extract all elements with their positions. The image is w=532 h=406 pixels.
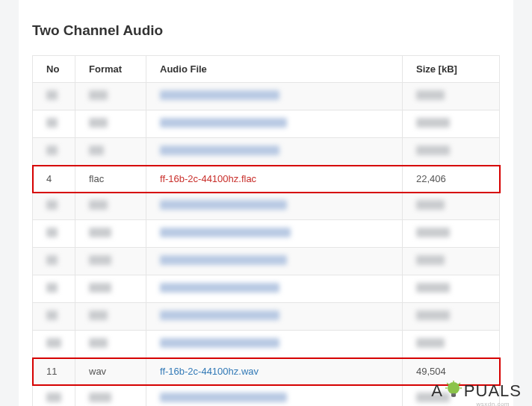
cell-format: flac [75,166,146,193]
watermark-brand-left: A [431,381,443,401]
table-row [33,193,500,220]
cell-blur [403,248,500,275]
cell-blur [403,110,500,138]
cell-blur [33,248,75,275]
cell-blur [75,248,146,275]
table-row-flac: 4 flac ff-16b-2c-44100hz.flac 22,406 [33,166,500,193]
cell-blur [33,303,75,331]
cell-blur [33,83,75,110]
cell-blur [146,248,403,275]
cell-blur [33,275,75,303]
cell-blur [33,331,75,358]
cell-blur [75,220,146,248]
cell-blur [75,385,146,407]
cell-blur [146,303,403,331]
cell-no: 11 [33,358,75,385]
table-row [33,331,500,358]
cell-blur [33,385,75,407]
cell-format: wav [75,358,146,385]
cell-blur [146,331,403,358]
cell-blur [75,331,146,358]
cell-blur [33,193,75,220]
table-row [33,248,500,275]
cell-blur [75,193,146,220]
table-header-row: No Format Audio File Size [kB] [33,56,500,83]
cell-blur [75,110,146,138]
cell-blur [403,331,500,358]
table-row [33,138,500,166]
cell-file: ff-16b-2c-44100hz.flac [146,166,403,193]
table-row [33,275,500,303]
cell-blur [146,385,403,407]
table-row [33,220,500,248]
cell-blur [75,275,146,303]
page-title: Two Channel Audio [32,22,500,39]
table-row [33,83,500,110]
cell-size: 22,406 [403,166,500,193]
table-row [33,303,500,331]
watermark-brand-right: PUALS [464,381,522,401]
watermark-logo: A PUALS [431,381,522,402]
watermark-domain: wsxdn.com [476,401,510,406]
cell-blur [403,303,500,331]
cell-blur [403,193,500,220]
cell-blur [403,275,500,303]
cell-blur [146,275,403,303]
audio-table: No Format Audio File Size [kB] [32,55,500,406]
svg-point-0 [448,382,460,394]
cell-blur [146,83,403,110]
cell-blur [146,220,403,248]
cell-blur [75,303,146,331]
table-row [33,110,500,138]
cell-blur [403,220,500,248]
header-format: Format [75,56,146,83]
header-no: No [33,56,75,83]
file-link-wav[interactable]: ff-16b-2c-44100hz.wav [160,366,259,377]
cell-blur [146,193,403,220]
cell-blur [146,110,403,138]
file-link-flac[interactable]: ff-16b-2c-44100hz.flac [160,173,256,184]
cell-blur [33,220,75,248]
cell-blur [403,138,500,166]
lightbulb-icon [445,381,462,402]
content-page: Two Channel Audio No Format Audio File S… [19,0,513,406]
cell-blur [75,138,146,166]
header-file: Audio File [146,56,403,83]
table-row [33,385,500,407]
cell-blur [403,83,500,110]
cell-blur [146,138,403,166]
header-size: Size [kB] [403,56,500,83]
cell-no: 4 [33,166,75,193]
cell-blur [33,138,75,166]
cell-blur [33,110,75,138]
cell-blur [75,83,146,110]
cell-file: ff-16b-2c-44100hz.wav [146,358,403,385]
table-row-wav: 11 wav ff-16b-2c-44100hz.wav 49,504 [33,358,500,385]
